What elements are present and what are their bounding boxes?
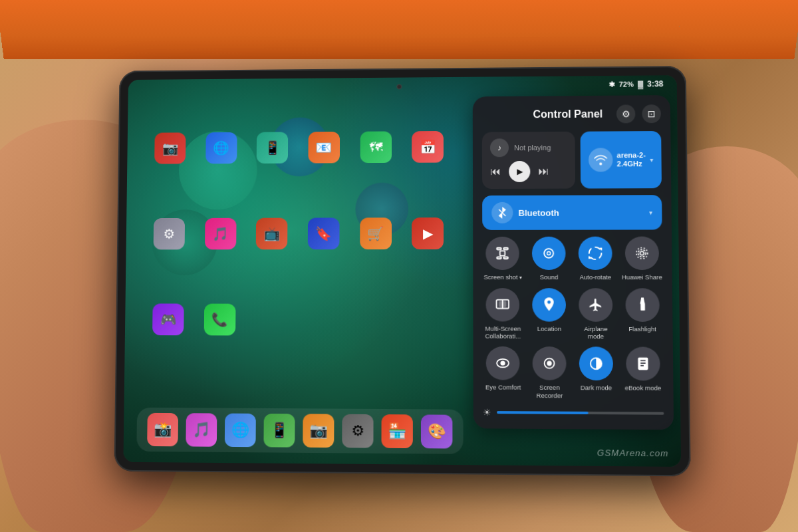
list-item[interactable]: 📧 <box>307 130 341 165</box>
wifi-tile[interactable]: arena-2- 2.4GHz ▾ <box>581 131 662 189</box>
flashlight-symbol <box>636 297 648 312</box>
flashlight-toggle[interactable]: Flashlight <box>622 288 664 340</box>
multiscreen-label: Multi-Screen Collaborati... <box>483 325 524 340</box>
edit-button[interactable]: ⊡ <box>642 104 661 123</box>
list-item[interactable]: 📅 <box>410 130 445 164</box>
battery-icon: ▓ <box>638 80 643 88</box>
eye-comfort-icon <box>486 346 520 380</box>
airplane-toggle[interactable]: Airplane mode <box>575 288 616 340</box>
dock-icon[interactable]: 📱 <box>263 414 295 448</box>
list-item[interactable]: 🔖 <box>307 216 341 251</box>
toggles-row-1: Screen shot Sound <box>482 237 662 281</box>
control-panel-actions: ⚙ ⊡ <box>616 104 661 123</box>
wifi-ssid: arena-2- <box>617 151 646 160</box>
play-icon: ▶ <box>517 167 523 176</box>
airplane-symbol <box>588 297 603 312</box>
location-icon <box>532 288 566 322</box>
media-top: ♪ Not playing <box>490 138 567 157</box>
scene: ✱ 72% ▓ 3:38 📷 🌐 📱 📧 🗺 📅 ⚙ 🎵 📺 🔖 🛒 ▶ 🎮 <box>0 0 798 532</box>
screenshot-icon <box>486 237 520 270</box>
list-item[interactable]: 🗺 <box>358 130 393 164</box>
control-panel-header: Control Panel ⚙ ⊡ <box>482 104 661 124</box>
dock-icon[interactable]: 🌐 <box>225 414 256 448</box>
ebook-mode-toggle[interactable]: eBook mode <box>622 347 664 400</box>
sound-label: Sound <box>540 273 559 281</box>
wifi-signal-icon <box>594 154 607 165</box>
svg-point-5 <box>640 251 644 255</box>
svg-rect-3 <box>504 257 508 259</box>
huawei-share-icon <box>624 237 658 270</box>
multiscreen-icon <box>486 288 520 321</box>
airplane-icon <box>579 288 612 322</box>
airplane-label: Airplane mode <box>575 325 616 340</box>
front-camera <box>396 84 402 89</box>
location-symbol <box>543 297 555 312</box>
huawei-share-toggle[interactable]: Huawei Share <box>621 237 663 281</box>
dark-mode-symbol <box>589 356 604 371</box>
media-status: Not playing <box>514 144 551 152</box>
media-controls: ⏮ ▶ ⏭ <box>490 161 567 182</box>
tablet-device: ✱ 72% ▓ 3:38 📷 🌐 📱 📧 🗺 📅 ⚙ 🎵 📺 🔖 🛒 ▶ 🎮 <box>114 66 690 476</box>
next-button[interactable]: ⏭ <box>538 166 549 178</box>
svg-rect-2 <box>497 257 501 259</box>
screen-recorder-label: Screen Recorder <box>529 384 570 399</box>
status-bar: ✱ 72% ▓ 3:38 <box>608 79 663 89</box>
screen-recorder-icon <box>533 346 567 380</box>
auto-rotate-toggle[interactable]: Auto-rotate <box>575 237 616 281</box>
eye-comfort-label: Eye Comfort <box>485 384 521 392</box>
list-item[interactable]: 📱 <box>255 130 289 164</box>
list-item[interactable]: ▶ <box>410 216 445 251</box>
dark-mode-toggle[interactable]: Dark mode <box>575 347 617 400</box>
screen-recorder-toggle[interactable]: Screen Recorder <box>529 346 570 399</box>
list-item[interactable]: 🌐 <box>204 131 238 165</box>
dark-mode-icon <box>579 347 613 381</box>
eye-comfort-toggle[interactable]: Eye Comfort <box>483 346 524 399</box>
brightness-fill <box>497 411 589 414</box>
dock-icon[interactable]: 📸 <box>147 413 178 446</box>
list-item[interactable]: 🛒 <box>358 216 393 251</box>
table-surface <box>0 0 798 59</box>
screenshot-label: Screen shot <box>483 273 521 281</box>
bluetooth-status-icon: ✱ <box>608 80 614 88</box>
sound-icon <box>532 237 566 270</box>
svg-rect-0 <box>497 248 501 250</box>
multiscreen-toggle[interactable]: Multi-Screen Collaborati... <box>482 288 523 340</box>
toggles-row-2: Multi-Screen Collaborati... Location <box>482 288 663 340</box>
auto-rotate-label: Auto-rotate <box>579 273 611 281</box>
bluetooth-icon <box>491 202 513 223</box>
brightness-track[interactable] <box>497 411 664 415</box>
flashlight-icon <box>625 288 660 322</box>
music-icon: ♪ <box>490 138 509 157</box>
dock-icon[interactable]: ⚙ <box>342 414 373 448</box>
play-button[interactable]: ▶ <box>509 161 530 182</box>
bluetooth-tile[interactable]: Bluetooth ▾ <box>482 195 662 230</box>
ebook-symbol <box>636 356 650 371</box>
wifi-frequency: 2.4GHz <box>617 160 646 168</box>
media-player: ♪ Not playing ⏮ ▶ ⏭ <box>482 132 575 189</box>
edit-icon: ⊡ <box>647 108 655 119</box>
list-item[interactable]: ⚙ <box>152 217 186 251</box>
clock-time: 3:38 <box>647 79 664 88</box>
dock-icon[interactable]: 📷 <box>303 414 334 448</box>
sound-toggle[interactable]: Sound <box>529 237 570 281</box>
location-toggle[interactable]: Location <box>529 288 570 340</box>
list-item[interactable]: 📷 <box>153 131 187 165</box>
dock-icon[interactable]: 🎨 <box>421 414 452 448</box>
list-item[interactable]: 📞 <box>202 303 237 337</box>
dock-icon[interactable]: 🎵 <box>186 413 217 447</box>
ebook-mode-icon <box>626 347 660 381</box>
multiscreen-symbol <box>495 297 510 312</box>
watermark: GSMArena.com <box>597 448 669 458</box>
settings-button[interactable]: ⚙ <box>616 104 636 123</box>
dock-icon[interactable]: 🏪 <box>382 414 413 448</box>
list-item[interactable]: 🎮 <box>151 303 186 337</box>
ebook-mode-label: eBook mode <box>625 384 662 392</box>
eye-symbol <box>495 358 510 368</box>
list-item[interactable]: 🎵 <box>203 216 238 250</box>
list-item[interactable]: 📺 <box>255 216 289 251</box>
prev-button[interactable]: ⏮ <box>490 166 501 178</box>
svg-rect-1 <box>504 248 508 250</box>
flashlight-label: Flashlight <box>628 325 656 333</box>
wifi-info: arena-2- 2.4GHz <box>617 151 646 169</box>
screenshot-toggle[interactable]: Screen shot <box>482 237 523 281</box>
